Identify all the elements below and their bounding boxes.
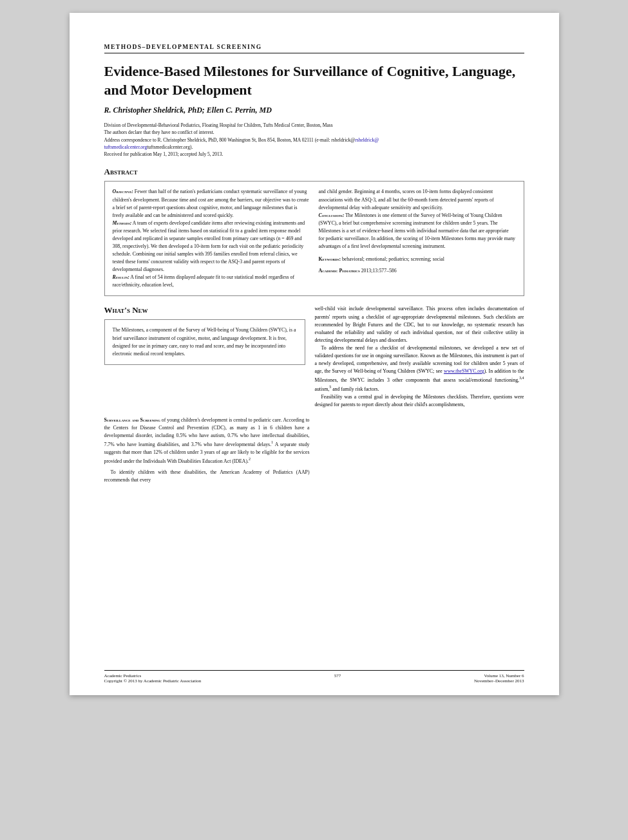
surveillance-label: Surveillance and Screening xyxy=(104,417,160,423)
conclusions-text: The Milestones is one element of the Sur… xyxy=(319,212,516,249)
keywords-text: behavioral; emotional; pediatrics; scree… xyxy=(342,256,444,262)
abstract-heading: Abstract xyxy=(104,167,524,177)
article-page: Methods–Developmental Screening Evidence… xyxy=(70,13,559,695)
affiliation-line2: The authors declare that they have no co… xyxy=(104,129,524,136)
abstract-col-left: Objective: Fewer than half of the nation… xyxy=(113,188,310,289)
affiliation-block: Division of Developmental-Behavioral Ped… xyxy=(104,122,524,158)
body-right-intro: well-child visit include developmental s… xyxy=(314,305,524,408)
whats-new-box: The Milestones, a component of the Surve… xyxy=(104,319,306,364)
footer-copyright: Copyright © 2013 by Academic Pediatric A… xyxy=(104,678,202,684)
results-label: Results: xyxy=(113,274,129,280)
objective-label: Objective: xyxy=(113,189,133,194)
body-col-left: Surveillance and Screening of young chil… xyxy=(104,416,310,489)
keywords-line: Keywords: behavioral; emotional; pediatr… xyxy=(319,256,516,263)
sup-ref-2: 2 xyxy=(249,457,251,461)
whats-new-section: What's New The Milestones, a component o… xyxy=(104,305,306,408)
affiliation-line3b: tuftsmedicalcenter.orgtuftsmedicalcenter… xyxy=(104,144,524,151)
abstract-results: Results: A final set of 54 items display… xyxy=(113,274,310,289)
footer-journal-name: Academic Pediatrics xyxy=(104,673,202,678)
body-section: Surveillance and Screening of young chil… xyxy=(104,416,524,489)
academic-peds-text: 2013;13:577–586 xyxy=(361,268,397,274)
body-left-para1: Surveillance and Screening of young chil… xyxy=(104,416,310,465)
footer-left: Academic Pediatrics Copyright © 2013 by … xyxy=(104,673,202,684)
swyc-link[interactable]: www.theSWYC.org xyxy=(444,368,484,374)
objective-text: Fewer than half of the nation's pediatri… xyxy=(113,189,309,218)
footer-volume: Volume 13, Number 6 xyxy=(474,673,524,678)
affiliation-line4: Received for publication May 1, 2013; ac… xyxy=(104,151,524,158)
footer-page-number: 577 xyxy=(334,673,341,678)
abstract-box: Objective: Fewer than half of the nation… xyxy=(104,181,524,296)
affiliation-line3: Address correspondence to R. Christopher… xyxy=(104,136,524,144)
sup-ref-34: 3,4 xyxy=(519,376,524,380)
methods-label: Methods: xyxy=(113,220,132,226)
whats-new-row: What's New The Milestones, a component o… xyxy=(104,305,524,408)
results-text: A final set of 54 items displayed adequa… xyxy=(113,274,295,288)
affiliation-line1: Division of Developmental-Behavioral Ped… xyxy=(104,122,524,129)
keywords-label: Keywords: xyxy=(319,256,341,262)
academic-peds-line: Academic Pediatrics 2013;13:577–586 xyxy=(319,267,516,275)
conclusions-label: Conclusions: xyxy=(319,212,345,218)
abstract-col-right: and child gender. Beginning at 4 months,… xyxy=(319,188,516,289)
footer-date: November–December 2013 xyxy=(474,678,524,684)
sup-ref-1: 1 xyxy=(271,440,273,444)
body-left-para2: To identify children with these disabili… xyxy=(104,469,310,484)
email-link2[interactable]: tuftsmedicalcenter.org xyxy=(104,144,147,150)
section-label: Methods–Developmental Screening xyxy=(104,44,524,53)
article-title: Evidence-Based Milestones for Surveillan… xyxy=(104,62,524,99)
body-right-para3: Feasibility was a central goal in develo… xyxy=(314,393,524,409)
email-link[interactable]: rsheldrick@ xyxy=(355,137,379,143)
body-col-right-placeholder xyxy=(319,416,524,489)
abstract-col2-text1: and child gender. Beginning at 4 months,… xyxy=(319,188,516,211)
whats-new-heading: What's New xyxy=(104,305,306,315)
abstract-objective: Objective: Fewer than half of the nation… xyxy=(113,188,310,219)
methods-text: A team of experts developed candidate it… xyxy=(113,220,305,272)
abstract-methods: Methods: A team of experts developed can… xyxy=(113,219,310,274)
footer-right: Volume 13, Number 6 November–December 20… xyxy=(474,673,524,684)
page-footer: Academic Pediatrics Copyright © 2013 by … xyxy=(104,670,524,684)
authors: R. Christopher Sheldrick, PhD; Ellen C. … xyxy=(104,106,524,115)
body-right-para1: well-child visit include developmental s… xyxy=(314,305,524,344)
academic-peds-label: Academic Pediatrics xyxy=(319,268,360,274)
body-right-para2: To address the need for a checklist of d… xyxy=(314,344,524,393)
abstract-conclusions: Conclusions: The Milestones is one eleme… xyxy=(319,212,516,250)
